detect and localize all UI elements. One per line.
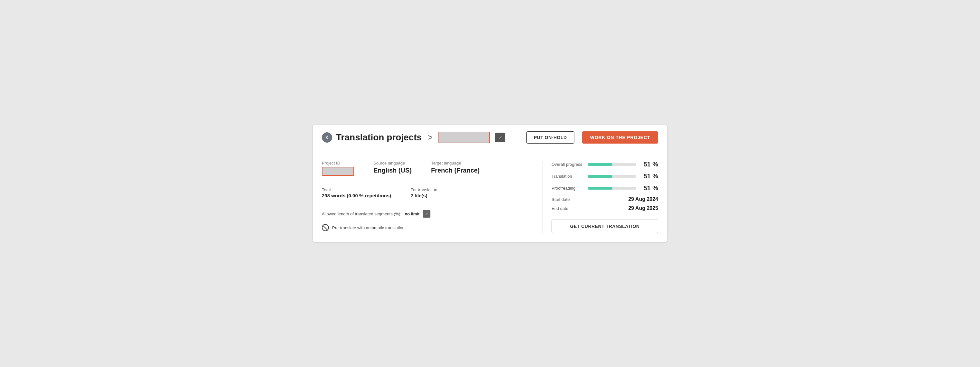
translation-progress-bar xyxy=(588,175,636,178)
get-current-translation-button[interactable]: GET CURRENT TRANSLATION xyxy=(552,219,658,233)
edit-allowed-length-button[interactable] xyxy=(423,210,430,218)
for-translation-block: For translation 2 file(s) xyxy=(410,187,437,198)
end-date-row: End date 29 Aug 2025 xyxy=(552,205,658,211)
project-name-input[interactable] xyxy=(439,132,490,143)
proofreading-progress-pct: 51 % xyxy=(640,184,658,192)
target-language-value: French (France) xyxy=(431,167,480,174)
proofreading-progress-item: Proofreading 51 % xyxy=(552,184,658,192)
left-section: Project ID Source language English (US) … xyxy=(322,160,533,233)
source-language-block: Source language English (US) xyxy=(373,160,412,174)
allowed-length-value: no limit xyxy=(405,211,420,216)
overall-progress-pct: 51 % xyxy=(640,160,658,168)
target-language-block: Target language French (France) xyxy=(431,160,480,174)
proofreading-progress-bar xyxy=(588,187,636,190)
translation-progress-label: Translation xyxy=(552,174,584,179)
for-translation-label: For translation xyxy=(410,187,437,192)
source-language-label: Source language xyxy=(373,160,412,165)
total-words-block: Total 298 words (0.00 % repetitions) xyxy=(322,187,391,198)
breadcrumb-separator: > xyxy=(428,132,433,143)
start-date-value: 29 Aug 2024 xyxy=(628,196,658,202)
no-pretranslate-icon xyxy=(322,224,329,231)
end-date-value: 29 Aug 2025 xyxy=(628,205,658,211)
put-on-hold-button[interactable]: PUT ON-HOLD xyxy=(527,131,574,144)
total-value: 298 words (0.00 % repetitions) xyxy=(322,193,391,198)
work-on-project-button[interactable]: WORK ON THE PROJECT xyxy=(582,131,658,144)
proofreading-progress-label: Proofreading xyxy=(552,186,584,191)
pretranslate-label: Pre-translate with automatic translation xyxy=(332,226,405,230)
proofreading-progress-fill xyxy=(588,187,612,190)
overall-progress-fill xyxy=(588,163,612,166)
overall-progress-bar xyxy=(588,163,636,166)
pretranslate-row: Pre-translate with automatic translation xyxy=(322,224,533,231)
header: Translation projects > PUT ON-HOLD WORK … xyxy=(313,125,667,150)
total-label: Total xyxy=(322,187,391,192)
target-language-label: Target language xyxy=(431,160,480,165)
translation-progress-fill xyxy=(588,175,612,178)
info-row: Project ID Source language English (US) … xyxy=(322,160,533,176)
stats-row: Total 298 words (0.00 % repetitions) For… xyxy=(322,187,533,198)
right-section: Overall progress 51 % Translation 51 % P… xyxy=(542,160,658,233)
back-button[interactable] xyxy=(322,132,332,143)
overall-progress-label: Overall progress xyxy=(552,162,584,167)
project-id-block: Project ID xyxy=(322,160,354,176)
project-id-label: Project ID xyxy=(322,160,354,165)
start-date-label: Start date xyxy=(552,197,570,202)
translation-progress-pct: 51 % xyxy=(640,173,658,180)
breadcrumb-title: Translation projects xyxy=(336,132,422,143)
end-date-label: End date xyxy=(552,206,568,211)
main-card: Translation projects > PUT ON-HOLD WORK … xyxy=(313,125,667,242)
source-language-value: English (US) xyxy=(373,167,412,174)
project-id-value xyxy=(322,167,354,176)
body: Project ID Source language English (US) … xyxy=(313,150,667,242)
allowed-length-row: Allowed length of translated segments (%… xyxy=(322,210,533,218)
edit-project-name-button[interactable] xyxy=(495,133,505,142)
start-date-row: Start date 29 Aug 2024 xyxy=(552,196,658,202)
translation-progress-item: Translation 51 % xyxy=(552,173,658,180)
overall-progress-item: Overall progress 51 % xyxy=(552,160,658,168)
for-translation-value: 2 file(s) xyxy=(410,193,437,198)
allowed-length-label: Allowed length of translated segments (%… xyxy=(322,211,401,216)
